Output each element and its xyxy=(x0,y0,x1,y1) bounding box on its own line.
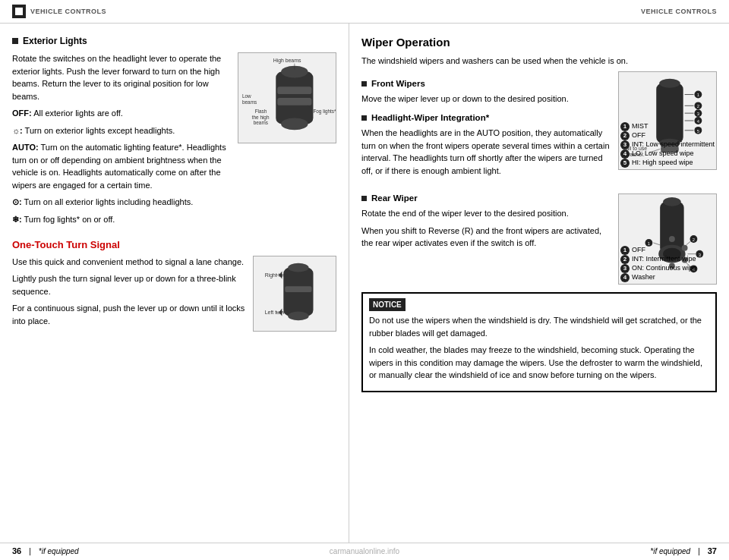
rear-wiper-diagram: 1 2 3 4 1 OFF xyxy=(618,193,717,285)
exterior-lights-body: Rotate the switches on the headlight lev… xyxy=(12,52,232,102)
notice-box: NOTICE Do not use the wipers when the wi… xyxy=(361,292,717,392)
legend-item-1: 1 MIST xyxy=(620,122,715,131)
rear-legend-label-4: Washer xyxy=(632,273,655,282)
svg-text:Low: Low xyxy=(242,93,251,99)
legend-label-1: MIST xyxy=(632,122,649,131)
exterior-lights-section: Rotate the switches on the headlight lev… xyxy=(12,52,336,230)
sun-term: ☼: xyxy=(12,126,23,135)
svg-point-29 xyxy=(659,79,680,88)
front-wiper-diagram: 1 2 3 4 5 Pull to use washer. 1 MIST xyxy=(618,71,717,170)
svg-text:Right turn: Right turn xyxy=(265,272,288,278)
turn-signal-section: Use this quick and convenient method to … xyxy=(12,256,336,332)
svg-point-18 xyxy=(288,263,308,272)
rear-legend-num-3: 3 xyxy=(620,264,630,273)
notice-label: NOTICE xyxy=(369,298,406,311)
legend-label-5: HI: High speed wipe xyxy=(632,159,693,168)
exterior-auto: AUTO: Turn on the automatic lighting fea… xyxy=(12,141,232,191)
rear-legend-item-3: 3 ON: Continuous wipe xyxy=(620,264,696,273)
sun-desc: Turn on exterior lights except headlight… xyxy=(25,126,175,135)
footer-right: *if equipped | 37 xyxy=(650,546,717,555)
exterior-lights-title: Exterior Lights xyxy=(12,34,336,48)
svg-rect-0 xyxy=(15,8,23,15)
svg-point-52 xyxy=(663,197,681,206)
header-right-label: VEHICLE CONTROLS xyxy=(641,8,717,15)
main-content: Exterior Lights Rotate the switches on t… xyxy=(0,24,729,543)
svg-rect-5 xyxy=(277,87,311,94)
if-equipped-right: *if equipped xyxy=(650,547,690,555)
circle-term: ⊙: xyxy=(12,197,22,206)
turn-signal-detail1: Lightly push the turn signal lever up or… xyxy=(12,272,247,297)
footer: 36 | *if equipped carmanualonline.info *… xyxy=(0,543,729,560)
header-right: VEHICLE CONTROLS xyxy=(641,8,717,15)
exterior-sun: ☼: Turn on exterior lights except headli… xyxy=(12,124,232,137)
rear-legend-num-1: 1 xyxy=(620,246,630,255)
exterior-lights-svg: High beams Low beams Flash the high beam… xyxy=(238,53,336,143)
svg-text:2: 2 xyxy=(697,104,699,109)
rear-legend-item-4: 4 Washer xyxy=(620,273,696,282)
rear-wiper-title: Rear Wiper xyxy=(361,192,612,205)
svg-text:beams: beams xyxy=(254,120,268,125)
svg-text:the high: the high xyxy=(252,115,270,121)
rear-wiper-section: Rear Wiper Rotate the end of the wiper l… xyxy=(361,186,717,285)
wiper-operation-title: Wiper Operation xyxy=(361,34,717,52)
headlight-wiper-title: Headlight-Wiper Integration* xyxy=(361,112,612,124)
exterior-off: OFF: All exterior lights are off. xyxy=(12,107,232,120)
notice-text1: Do not use the wipers when the windshiel… xyxy=(369,314,709,339)
svg-rect-6 xyxy=(277,98,311,105)
legend-item-5: 5 HI: High speed wipe xyxy=(620,159,715,168)
fog-desc: Turn fog lights* on or off. xyxy=(24,215,115,224)
auto-term: AUTO: xyxy=(12,143,39,152)
legend-num-1: 1 xyxy=(620,122,630,131)
turn-signal-text: Use this quick and convenient method to … xyxy=(12,256,247,332)
turn-signal-diagram: Right turn Left turn xyxy=(253,256,336,332)
fog-term: ❄: xyxy=(12,215,22,224)
front-wipers-text: Front Wipers Move the wiper lever up or … xyxy=(361,71,612,181)
exterior-circle: ⊙: Turn on all exterior lights including… xyxy=(12,196,232,209)
svg-text:Flash: Flash xyxy=(255,109,267,114)
svg-text:2: 2 xyxy=(693,238,695,242)
footer-left: 36 | *if equipped xyxy=(12,546,79,555)
separator-left: | xyxy=(29,547,31,555)
auto-desc: Turn on the automatic lighting feature*.… xyxy=(12,143,226,190)
turn-signal-detail2: For a continuous signal, push the lever … xyxy=(12,302,247,327)
rear-legend-label-3: ON: Continuous wipe xyxy=(632,264,696,273)
turn-signal-body: Use this quick and convenient method to … xyxy=(12,256,247,269)
rear-wiper-body1: Rotate the end of the wiper lever to the… xyxy=(361,207,612,220)
legend-item-4: 4 LO: Low speed wipe xyxy=(620,149,715,159)
wiper-intro: The windshield wipers and washers can be… xyxy=(361,55,717,68)
svg-text:beams: beams xyxy=(242,99,257,105)
front-wipers-section: Front Wipers Move the wiper lever up or … xyxy=(361,71,717,181)
legend-item-3: 3 INT: Low speed intermittent xyxy=(620,140,715,149)
legend-label-3: INT: Low speed intermittent xyxy=(632,140,715,149)
legend-label-2: OFF xyxy=(632,131,645,140)
circle-desc: Turn on all exterior lights including he… xyxy=(24,197,194,206)
rear-legend-label-1: OFF xyxy=(632,246,645,255)
watermark: carmanualonline.info xyxy=(330,547,399,555)
header: VEHICLE CONTROLS VEHICLE CONTROLS xyxy=(0,0,729,24)
svg-point-19 xyxy=(288,311,308,320)
rear-legend-num-4: 4 xyxy=(620,273,630,282)
svg-text:Fog lights*: Fog lights* xyxy=(313,109,336,115)
front-wiper-legend: 1 MIST 2 OFF 3 INT: Low speed intermitte… xyxy=(620,122,715,168)
right-panel: Wiper Operation The windshield wipers an… xyxy=(349,24,729,543)
rear-wiper-body2: When you shift to Reverse (R) and the fr… xyxy=(361,225,612,250)
svg-point-4 xyxy=(281,118,308,131)
rear-legend-item-1: 1 OFF xyxy=(620,246,696,255)
rear-legend-label-2: INT: Intermittent wipe xyxy=(632,255,696,264)
legend-item-2: 2 OFF xyxy=(620,131,715,140)
legend-num-3: 3 xyxy=(620,140,630,149)
svg-rect-20 xyxy=(285,286,311,292)
off-term: OFF: xyxy=(12,109,32,118)
turn-signal-title: One-Touch Turn Signal xyxy=(12,238,336,253)
header-left-label: VEHICLE CONTROLS xyxy=(30,8,106,15)
rear-wiper-text: Rear Wiper Rotate the end of the wiper l… xyxy=(361,186,612,285)
front-wipers-body: Move the wiper lever up or down to the d… xyxy=(361,93,612,105)
svg-point-55 xyxy=(669,236,675,242)
svg-text:High beams: High beams xyxy=(273,58,301,64)
svg-text:1: 1 xyxy=(648,241,650,246)
header-icon-left xyxy=(12,5,26,18)
off-desc: All exterior lights are off. xyxy=(33,109,123,118)
headlight-wiper-body: When the headlights are in the AUTO posi… xyxy=(361,127,612,177)
legend-num-2: 2 xyxy=(620,131,630,140)
page-container: VEHICLE CONTROLS VEHICLE CONTROLS Exteri… xyxy=(0,0,729,560)
